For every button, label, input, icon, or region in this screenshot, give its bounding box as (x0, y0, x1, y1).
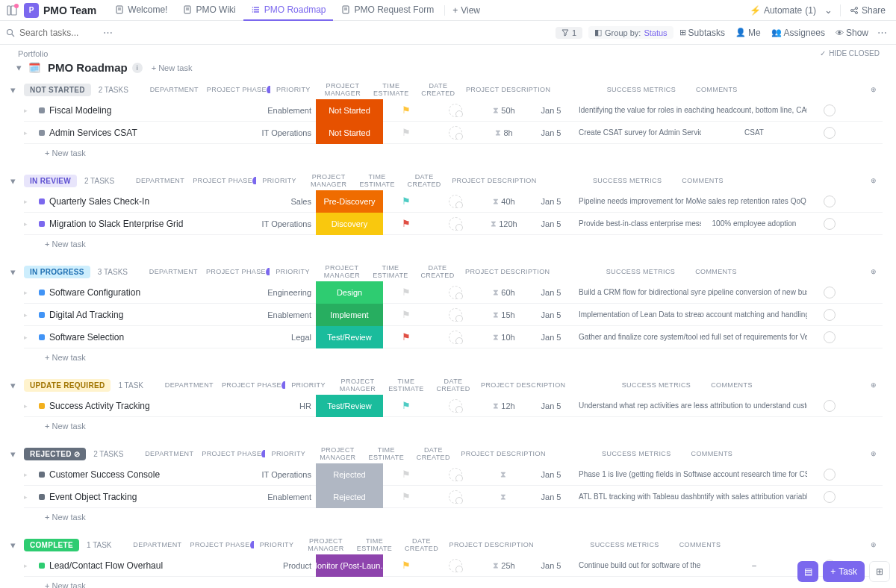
cell-comments[interactable] (807, 127, 852, 139)
cell-time[interactable]: ⧗ (482, 469, 526, 479)
sort-indicator-icon[interactable]: ↑ (281, 381, 285, 389)
new-task-row[interactable]: + New task (24, 144, 883, 157)
cell-pm[interactable] (429, 217, 482, 231)
task-row[interactable]: ▸Software SelectionLegalTest/Review⚑⧗10h… (24, 326, 883, 348)
cell-priority[interactable]: ⚑ (383, 331, 429, 343)
collapse-caret-icon[interactable]: ▾ (13, 62, 24, 73)
status-pill[interactable]: COMPLETE (24, 539, 79, 551)
col-header-project-description[interactable]: PROJECT DESCRIPTION (449, 177, 574, 184)
cell-department[interactable]: IT Operations (241, 128, 316, 137)
task-row[interactable]: ▸Digital Ad TrackingEnablementImplement⚑… (24, 304, 883, 326)
col-header-project-description[interactable]: PROJECT DESCRIPTION (478, 381, 603, 389)
task-row[interactable]: ▸Migration to Slack Enterprise GridIT Op… (24, 213, 883, 235)
cell-phase[interactable]: Implement (316, 304, 383, 326)
automate-dropdown-icon[interactable]: ⌄ (822, 4, 836, 16)
expand-caret-icon[interactable]: ▸ (24, 562, 34, 569)
toolbar-me[interactable]: 👤Me (735, 28, 761, 38)
cell-metrics[interactable]: 100% employee adoption (701, 219, 807, 228)
new-task-row[interactable]: + New task (24, 417, 883, 431)
more-options-icon[interactable]: ⋯ (100, 27, 116, 38)
cell-time[interactable]: ⧗ (482, 492, 526, 501)
cell-department[interactable]: Enablement (241, 106, 316, 115)
cell-time[interactable]: ⧗50h (482, 105, 526, 115)
cell-department[interactable]: Sales (241, 197, 316, 206)
task-name[interactable]: Admin Services CSAT (49, 128, 241, 138)
add-column-icon[interactable]: ⊕ (865, 541, 883, 548)
cell-pm[interactable] (429, 559, 482, 572)
expand-caret-icon[interactable]: ▸ (24, 198, 34, 205)
cell-time[interactable]: ⧗10h (482, 332, 526, 342)
cell-priority[interactable]: ⚑ (383, 400, 429, 411)
sort-indicator-icon[interactable]: ↑ (267, 86, 270, 93)
cell-pm[interactable] (429, 195, 482, 208)
automate-button[interactable]: ⚡ Automate (1) (744, 5, 822, 16)
col-header-project-manager[interactable]: PROJECT MANAGER (302, 173, 355, 188)
cell-metrics[interactable]: Decrease account research time for CSMs … (701, 470, 807, 478)
toolbar-more-icon[interactable]: ⋯ (874, 27, 890, 38)
group-collapse-icon[interactable]: ▾ (10, 84, 16, 96)
task-name[interactable]: Software Selection (49, 332, 241, 343)
expand-caret-icon[interactable]: ▸ (24, 220, 34, 228)
cell-metrics[interactable]: Success attribution to understand custom… (701, 401, 807, 410)
fab-task-button[interactable]: +Task (823, 561, 865, 582)
cell-phase[interactable]: Not Started (316, 99, 383, 122)
col-header-date-created[interactable]: DATE CREATED (408, 446, 458, 461)
col-header-department[interactable]: DEPARTMENT (123, 450, 198, 457)
task-name[interactable]: Quarterly Sales Check-In (49, 196, 241, 207)
cell-time[interactable]: ⧗120h (482, 219, 526, 228)
col-header-priority[interactable]: PRIORITY (265, 450, 311, 457)
tab-welcome-[interactable]: Welcome! (107, 0, 175, 21)
expand-caret-icon[interactable]: ▸ (24, 471, 34, 478)
status-dot[interactable] (39, 290, 45, 295)
col-header-date-created[interactable]: DATE CREATED (399, 173, 449, 188)
group-collapse-icon[interactable]: ▾ (10, 175, 16, 187)
col-header-department[interactable]: DEPARTMENT (112, 541, 187, 548)
task-name[interactable]: Fiscal Modeling (49, 105, 241, 116)
col-header-time-estimate[interactable]: TIME ESTIMATE (355, 173, 399, 188)
cell-phase[interactable]: Rejected (316, 486, 383, 508)
col-header-priority[interactable]: PRIORITY (270, 268, 316, 275)
cell-priority[interactable]: ⚑ (383, 127, 429, 138)
col-header-success-metrics[interactable]: SUCCESS METRICS (588, 86, 694, 93)
col-header-project-phase[interactable]: PROJECT PHASE↑ (198, 450, 265, 457)
col-header-comments[interactable]: COMMENTS (680, 177, 725, 184)
cell-description[interactable]: Implementation of Lean Data to streamlin… (576, 310, 701, 319)
expand-caret-icon[interactable]: ▸ (24, 107, 34, 114)
sort-indicator-icon[interactable]: ↑ (250, 541, 254, 548)
info-badge-icon[interactable]: i (132, 63, 143, 73)
task-name[interactable]: Customer Success Console (49, 469, 241, 480)
status-pill[interactable]: NOT STARTED (24, 84, 91, 96)
cell-department[interactable]: Product (241, 561, 316, 570)
task-row[interactable]: ▸Software ConfigurationEngineeringDesign… (24, 281, 883, 304)
col-header-department[interactable]: DEPARTMENT (128, 268, 202, 275)
new-task-row[interactable]: + New task (24, 348, 883, 362)
col-header-time-estimate[interactable]: TIME ESTIMATE (368, 264, 413, 279)
cell-date[interactable]: Jan 5 (526, 219, 576, 228)
col-header-priority[interactable]: PRIORITY (270, 86, 317, 93)
cell-time[interactable]: ⧗40h (482, 196, 526, 206)
col-header-priority[interactable]: PRIORITY (254, 541, 300, 548)
cell-metrics[interactable]: Forcasting headcount, bottom line, CAC, … (701, 106, 807, 114)
status-dot[interactable] (39, 312, 45, 318)
toolbar-show[interactable]: 👁Show (836, 28, 868, 38)
fab-apps-button[interactable]: ⊞ (869, 561, 890, 582)
status-dot[interactable] (39, 494, 45, 500)
expand-caret-icon[interactable]: ▸ (24, 493, 34, 501)
cell-department[interactable]: Legal (241, 333, 316, 342)
cell-metrics[interactable]: Increase pipeline conversion of new busi… (701, 288, 807, 296)
col-header-project-manager[interactable]: PROJECT MANAGER (316, 264, 368, 279)
group-collapse-icon[interactable]: ▾ (10, 448, 16, 460)
cell-priority[interactable]: ⚑ (383, 196, 429, 207)
group-collapse-icon[interactable]: ▾ (10, 266, 16, 278)
task-name[interactable]: Digital Ad Tracking (49, 310, 241, 320)
col-header-date-created[interactable]: DATE CREATED (414, 82, 463, 97)
col-header-project-description[interactable]: PROJECT DESCRIPTION (463, 86, 588, 93)
col-header-project-phase[interactable]: PROJECT PHASE↑ (203, 86, 270, 93)
cell-metrics[interactable]: increase sales rep retention rates QoQ a… (701, 197, 807, 205)
cell-priority[interactable]: ⚑ (383, 309, 429, 320)
task-row[interactable]: ▸Admin Services CSATIT OperationsNot Sta… (24, 122, 883, 144)
cell-pm[interactable] (429, 308, 482, 322)
expand-caret-icon[interactable]: ▸ (24, 289, 34, 296)
cell-priority[interactable]: ⚑ (383, 287, 429, 298)
search-input[interactable] (19, 28, 94, 38)
